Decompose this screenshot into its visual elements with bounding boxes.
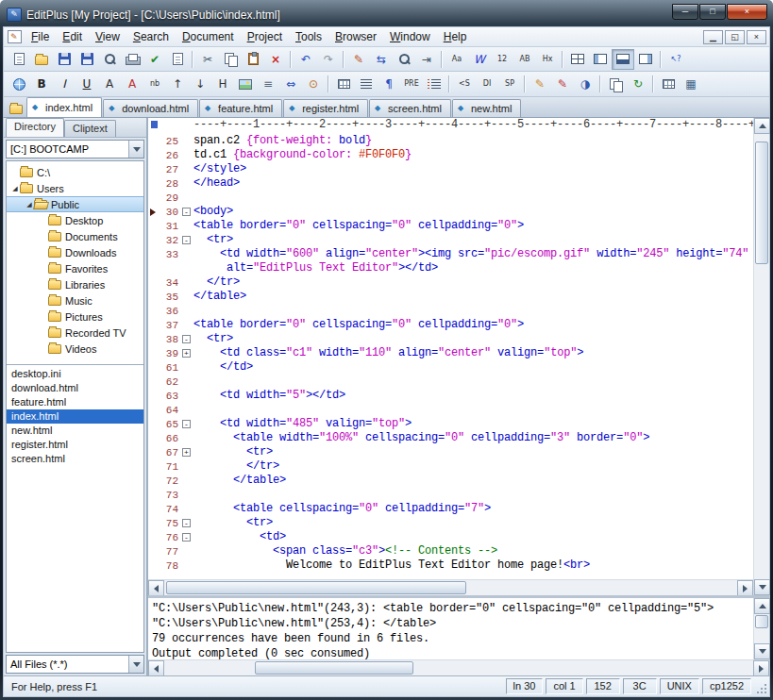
code-line[interactable]: 32- <tr> <box>148 233 753 247</box>
nonbreaking-space[interactable]: nb <box>143 74 166 94</box>
tree-item-desktop[interactable]: Desktop <box>7 212 143 228</box>
tab-screen-html[interactable]: screen.html <box>369 99 451 117</box>
fold-collapse-icon[interactable]: - <box>182 236 191 244</box>
code-line[interactable]: alt="EditPlus Text Editor"></td> <box>148 261 753 275</box>
code-line[interactable]: 65- <td width="485" valign="top"> <box>148 417 753 431</box>
scroll-left-button[interactable] <box>148 660 164 676</box>
code-line[interactable]: 38- <tr> <box>148 332 753 346</box>
code-line[interactable]: 34 </tr> <box>148 275 753 290</box>
menu-view[interactable]: View <box>89 27 126 46</box>
menu-search[interactable]: Search <box>126 27 176 46</box>
tree-item-public[interactable]: ◢Public <box>7 196 143 212</box>
editor-vertical-scrollbar[interactable] <box>753 118 769 595</box>
insert-special[interactable] <box>657 74 680 94</box>
code-line[interactable]: 74 <table cellspacing="0" cellpadding="7… <box>148 502 753 516</box>
insert-table[interactable] <box>332 74 355 94</box>
div-tag[interactable]: DI <box>476 74 498 94</box>
tab-feature-html[interactable]: feature.html <box>199 99 282 117</box>
horizontal-rule[interactable]: ≡ <box>257 74 279 94</box>
output-horizontal-scrollbar[interactable] <box>148 659 769 675</box>
copy-html[interactable] <box>604 74 627 94</box>
code-line[interactable]: 66 <table width="100%" cellspacing="0" c… <box>148 431 753 445</box>
code-line[interactable]: 27</style> <box>148 162 753 176</box>
split-window[interactable] <box>566 49 589 70</box>
fold-collapse-icon[interactable]: - <box>182 533 191 542</box>
code-line[interactable]: 72 </table> <box>148 474 753 488</box>
editor-horizontal-scrollbar[interactable] <box>148 579 753 595</box>
new-document[interactable] <box>8 49 30 70</box>
toggle-output-window[interactable] <box>612 49 634 70</box>
print-preview[interactable] <box>98 49 121 70</box>
print[interactable] <box>121 49 143 70</box>
scrollbar-track[interactable] <box>754 134 769 579</box>
code-line[interactable]: 26td.c1 {background-color: #F0F0F0} <box>148 148 753 162</box>
scroll-right-button[interactable] <box>737 580 753 596</box>
scrollbar-thumb[interactable] <box>255 661 413 675</box>
redo[interactable]: ↷ <box>317 49 340 70</box>
bold[interactable]: B <box>30 74 53 94</box>
fold-expand-icon[interactable]: + <box>182 448 191 457</box>
code-line[interactable]: 76- <td> <box>148 530 753 544</box>
font-color[interactable]: A <box>121 74 143 94</box>
scrollbar-thumb[interactable] <box>755 142 768 264</box>
scrollbar-thumb[interactable] <box>166 581 466 594</box>
code-area[interactable]: 25span.c2 {font-weight: bold}26td.c1 {ba… <box>148 131 753 579</box>
browser-preview[interactable] <box>8 74 30 94</box>
code-line[interactable]: 67+ <tr> <box>148 445 753 459</box>
code-line[interactable]: 28</head> <box>148 176 753 191</box>
file-download-html[interactable]: download.html <box>7 381 143 395</box>
minimize-button[interactable]: ─ <box>672 4 698 20</box>
scrollbar-track[interactable] <box>164 660 753 675</box>
file-template[interactable] <box>166 49 189 70</box>
file-index-html[interactable]: index.html <box>7 409 143 424</box>
menu-browser[interactable]: Browser <box>328 27 383 46</box>
tree-item-music[interactable]: Music <box>7 292 143 308</box>
document-restore-button[interactable]: ◱ <box>725 30 745 44</box>
tree-item-downloads[interactable]: Downloads <box>7 244 143 260</box>
menu-window[interactable]: Window <box>383 27 437 46</box>
subscript[interactable]: ↓ <box>189 74 211 94</box>
code-line[interactable]: 35</table> <box>148 290 753 304</box>
tree-item-libraries[interactable]: Libraries <box>7 276 143 292</box>
code-line[interactable]: 61 </td> <box>148 360 753 375</box>
tree-item-users[interactable]: ◢Users <box>7 180 143 196</box>
fold-collapse-icon[interactable]: - <box>182 208 191 216</box>
tree-item-videos[interactable]: Videos <box>7 341 143 357</box>
output-vertical-scrollbar[interactable] <box>753 598 769 659</box>
save[interactable] <box>53 49 76 70</box>
context-help[interactable]: ↖? <box>664 49 687 70</box>
file-desktop-ini[interactable]: desktop.ini <box>7 367 143 381</box>
scroll-down-button[interactable] <box>754 643 770 659</box>
highlight-pen[interactable]: ✎ <box>529 74 551 94</box>
scroll-up-button[interactable] <box>754 118 770 134</box>
menu-project[interactable]: Project <box>241 27 289 46</box>
scroll-down-button[interactable] <box>754 579 770 595</box>
output-text[interactable]: "C:\Users\Public\new.html"(243,3): <tabl… <box>148 598 753 659</box>
file-feature-html[interactable]: feature.html <box>7 395 143 409</box>
code-line[interactable]: 30-<body> <box>148 205 753 219</box>
menu-document[interactable]: Document <box>176 27 241 46</box>
code-line[interactable]: 77 <span class="c3"><!-- Contents --> <box>148 544 753 558</box>
code-line[interactable]: 73 <box>148 488 753 502</box>
menu-edit[interactable]: Edit <box>56 27 89 46</box>
code-line[interactable]: 39+ <td class="c1" width="110" align="ce… <box>148 346 753 360</box>
toggle-directory-window[interactable] <box>589 49 612 70</box>
column-marker[interactable]: AB <box>513 49 536 70</box>
code-line[interactable]: 37<table border="0" cellspacing="0" cell… <box>148 318 753 332</box>
heading[interactable]: H <box>211 74 234 94</box>
fold-collapse-icon[interactable]: - <box>182 420 191 428</box>
spell-check[interactable]: ✔ <box>143 49 166 70</box>
scrollbar-track[interactable] <box>754 614 769 643</box>
tree-item-c[interactable]: C:\ <box>7 164 143 180</box>
more-tools[interactable]: ▦ <box>680 74 702 94</box>
scrollbar-thumb[interactable] <box>755 615 768 628</box>
open-file[interactable] <box>30 49 53 70</box>
fold-collapse-icon[interactable]: - <box>182 519 191 527</box>
font[interactable]: A <box>98 74 121 94</box>
sidebar-tab-cliptext[interactable]: Cliptext <box>64 120 116 137</box>
hyperlink[interactable]: ⇔ <box>279 74 302 94</box>
toggle-marker[interactable]: ✎ <box>347 49 370 70</box>
tree-item-favorites[interactable]: Favorites <box>7 260 143 276</box>
copy[interactable] <box>219 49 242 70</box>
color-pen[interactable]: ✎ <box>551 74 574 94</box>
